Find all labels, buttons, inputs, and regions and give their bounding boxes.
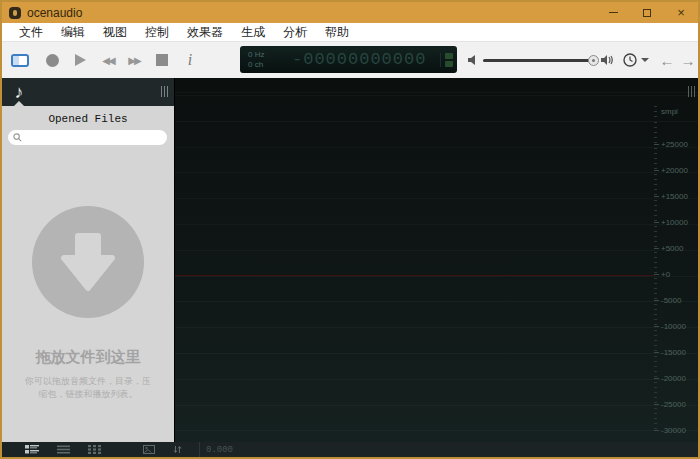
sort-button[interactable] — [164, 442, 191, 457]
lcd-display: 0 Hz 0 ch -00000000000 — [240, 46, 457, 73]
search-input[interactable] — [25, 132, 155, 143]
scale-tick-label: -30000 — [661, 426, 686, 436]
volume-slider-handle[interactable] — [588, 55, 599, 66]
sidebar-grip-handle[interactable] — [161, 86, 168, 97]
zero-amplitude-line — [175, 275, 654, 276]
minimize-icon — [609, 12, 618, 13]
menu-generate[interactable]: 生成 — [232, 23, 274, 41]
scale-ticks — [654, 106, 657, 434]
sidebar: ♪ Opened Files 拖放文件到这里 你可以拖放音频文件，目录，压 — [2, 78, 174, 442]
maximize-button[interactable] — [630, 2, 664, 23]
lcd-mode-bottom-icon — [445, 61, 453, 67]
sidebar-tab-strip: ♪ — [2, 78, 174, 106]
stop-button[interactable] — [150, 48, 174, 72]
scale-tick-label: -10000 — [661, 322, 686, 332]
search-icon — [13, 133, 22, 142]
cursor-position-readout: 0.000 — [200, 445, 233, 455]
app-logo-icon — [9, 7, 21, 19]
panel-title: Opened Files — [2, 106, 174, 125]
title-bar: ocenaudio × — [2, 2, 698, 23]
scale-tick-label: -20000 — [661, 374, 686, 384]
grid-icon — [88, 445, 101, 454]
view-detailed-list-button[interactable] — [16, 442, 48, 457]
scale-tick-label: +0 — [661, 270, 670, 280]
compact-list-icon — [57, 445, 70, 454]
toolbar: ◀◀ ▶▶ i 0 Hz 0 ch -00000000000 — [2, 42, 698, 78]
play-button[interactable] — [68, 48, 92, 72]
menu-effects[interactable]: 效果器 — [178, 23, 232, 41]
record-button[interactable] — [40, 48, 64, 72]
tab-opened-files[interactable]: ♪ — [2, 78, 36, 106]
close-button[interactable]: × — [664, 2, 698, 23]
scale-tick-label: +20000 — [661, 166, 688, 176]
scale-tick-label: +15000 — [661, 192, 688, 202]
window-controls: × — [596, 2, 698, 23]
volume-slider[interactable] — [483, 59, 597, 62]
search-box — [8, 130, 167, 145]
menu-help[interactable]: 帮助 — [316, 23, 358, 41]
menu-file[interactable]: 文件 — [10, 23, 52, 41]
history-back-button[interactable]: ← — [657, 48, 677, 72]
stop-icon — [156, 54, 168, 66]
dropzone-title: 拖放文件到这里 — [2, 348, 174, 367]
lcd-mode-top-icon — [445, 53, 453, 59]
scale-tick-label: -15000 — [661, 348, 686, 358]
chevron-down-icon — [641, 58, 649, 62]
detailed-list-icon — [25, 445, 39, 454]
lcd-channel-count: 0 ch — [248, 60, 292, 70]
menu-analyze[interactable]: 分析 — [274, 23, 316, 41]
thumbnail-toggle-button[interactable] — [134, 442, 164, 457]
volume-high-icon — [600, 53, 614, 67]
drop-circle — [32, 206, 144, 318]
view-grid-button[interactable] — [79, 442, 110, 457]
file-dropzone[interactable]: 拖放文件到这里 你可以拖放音频文件，目录，压缩包，链接和播放列表。 — [2, 206, 174, 401]
scale-unit-label: smpl — [661, 107, 678, 116]
lcd-sample-rate: 0 Hz — [248, 50, 292, 60]
selection-icon — [11, 54, 29, 67]
window-title: ocenaudio — [27, 6, 82, 20]
image-icon — [143, 445, 155, 454]
menu-control[interactable]: 控制 — [136, 23, 178, 41]
volume-control — [466, 48, 618, 72]
maximize-icon — [643, 9, 651, 17]
volume-low-icon — [466, 53, 480, 67]
clock-icon — [622, 52, 638, 68]
lcd-stream-info: 0 Hz 0 ch — [240, 50, 292, 70]
lcd-time-counter: -00000000000 — [292, 50, 426, 69]
scale-tick-label: -5000 — [661, 296, 681, 306]
fast-forward-button[interactable]: ▶▶ — [122, 48, 146, 72]
main-content: ♪ Opened Files 拖放文件到这里 你可以拖放音频文件，目录，压 — [2, 78, 698, 442]
record-icon — [46, 54, 59, 67]
view-compact-list-button[interactable] — [48, 442, 79, 457]
app-window: ocenaudio × 文件 编辑 视图 控制 效果器 生成 分析 帮助 ◀◀ … — [0, 0, 700, 459]
info-button[interactable]: i — [178, 48, 202, 72]
menu-edit[interactable]: 编辑 — [52, 23, 94, 41]
menu-view[interactable]: 视图 — [94, 23, 136, 41]
time-format-button[interactable] — [622, 49, 652, 71]
status-bar: 0.000 — [2, 442, 698, 457]
opened-files-panel: Opened Files 拖放文件到这里 你可以拖放音频文件，目录，压缩包，链接… — [2, 106, 174, 442]
amplitude-scale: smpl +25000 +20000 +15000 +10000 +5000 +… — [654, 78, 698, 442]
rewind-button[interactable]: ◀◀ — [96, 48, 120, 72]
minimize-button[interactable] — [596, 2, 630, 23]
waveform-editor[interactable]: smpl +25000 +20000 +15000 +10000 +5000 +… — [174, 78, 698, 442]
history-forward-button[interactable]: → — [678, 48, 698, 72]
play-icon — [75, 54, 86, 66]
scale-tick-label: +25000 — [661, 140, 688, 150]
selection-tool-button[interactable] — [8, 48, 32, 72]
menu-bar: 文件 编辑 视图 控制 效果器 生成 分析 帮助 — [2, 23, 698, 42]
sort-arrows-icon — [173, 445, 182, 454]
scale-tick-label: -25000 — [661, 400, 686, 410]
dropzone-description: 你可以拖放音频文件，目录，压缩包，链接和播放列表。 — [23, 375, 153, 401]
scale-grip-handle[interactable] — [688, 86, 695, 97]
download-arrow-icon — [56, 230, 120, 294]
scale-tick-label: +5000 — [661, 244, 683, 254]
lcd-mode-icons[interactable] — [440, 53, 453, 67]
gridlines — [175, 78, 698, 442]
scale-tick-label: +10000 — [661, 218, 688, 228]
